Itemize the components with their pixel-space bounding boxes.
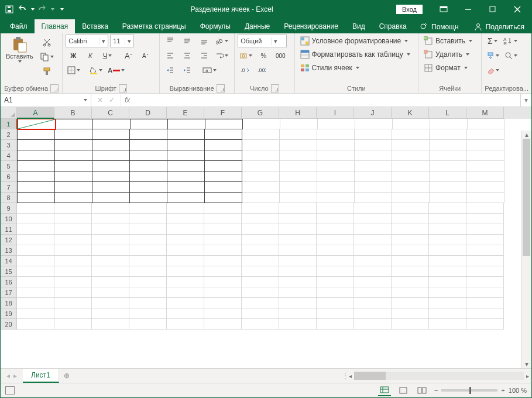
cell-I10[interactable] bbox=[317, 214, 354, 224]
increase-decimal-button[interactable]: .0 bbox=[238, 64, 253, 77]
cell-A9[interactable] bbox=[17, 203, 54, 214]
undo-dropdown-icon[interactable] bbox=[31, 8, 35, 11]
scroll-thumb[interactable] bbox=[354, 372, 386, 380]
horizontal-scrollbar[interactable]: ⋮ ◂ ▸ bbox=[339, 369, 531, 383]
cell-M13[interactable] bbox=[466, 245, 504, 256]
cell-J7[interactable] bbox=[355, 182, 392, 193]
cell-F7[interactable] bbox=[205, 182, 242, 193]
cell-I5[interactable] bbox=[317, 161, 355, 171]
row-header-15[interactable]: 15 bbox=[1, 266, 17, 277]
cell-H17[interactable] bbox=[279, 287, 317, 298]
zoom-out-button[interactable]: − bbox=[434, 387, 438, 394]
cell-L9[interactable] bbox=[429, 203, 466, 214]
font-name-combo[interactable]: Calibri▾ bbox=[66, 35, 108, 47]
col-header-D[interactable]: D bbox=[129, 107, 167, 119]
cell-M8[interactable] bbox=[467, 193, 504, 203]
col-header-J[interactable]: J bbox=[354, 107, 392, 119]
align-middle-button[interactable] bbox=[180, 35, 195, 47]
cell-M3[interactable] bbox=[467, 140, 504, 150]
cell-C12[interactable] bbox=[92, 235, 129, 245]
cell-J3[interactable] bbox=[355, 140, 392, 150]
cell-F8[interactable] bbox=[205, 193, 242, 203]
cell-J10[interactable] bbox=[354, 214, 392, 224]
cell-G19[interactable] bbox=[242, 308, 279, 319]
cell-H14[interactable] bbox=[279, 256, 317, 266]
cell-D12[interactable] bbox=[129, 235, 167, 245]
cell-K7[interactable] bbox=[392, 182, 430, 193]
accounting-format-button[interactable] bbox=[238, 49, 254, 62]
tab-insert[interactable]: Вставка bbox=[75, 19, 115, 33]
cell-C10[interactable] bbox=[92, 214, 129, 224]
cell-B7[interactable] bbox=[55, 182, 92, 193]
format-as-table-button[interactable]: Форматировать как таблицу bbox=[298, 48, 416, 61]
cell-K3[interactable] bbox=[392, 140, 430, 150]
dialog-launcher-icon[interactable] bbox=[119, 84, 127, 92]
cell-C18[interactable] bbox=[92, 298, 129, 308]
cell-J5[interactable] bbox=[355, 161, 392, 171]
copy-button[interactable] bbox=[38, 50, 56, 63]
cell-B8[interactable] bbox=[55, 193, 92, 203]
cell-A10[interactable] bbox=[17, 214, 54, 224]
cell-H10[interactable] bbox=[279, 214, 317, 224]
cell-C9[interactable] bbox=[92, 203, 129, 214]
maximize-button[interactable] bbox=[481, 1, 504, 18]
sort-filter-button[interactable]: AЯ bbox=[502, 35, 519, 47]
cell-F4[interactable] bbox=[205, 150, 242, 161]
align-right-button[interactable] bbox=[197, 49, 212, 62]
cell-B16[interactable] bbox=[54, 277, 92, 287]
cell-L12[interactable] bbox=[429, 235, 466, 245]
tab-file[interactable]: Файл bbox=[3, 19, 35, 33]
close-button[interactable] bbox=[506, 1, 529, 18]
cell-M19[interactable] bbox=[466, 308, 504, 319]
cell-B17[interactable] bbox=[54, 287, 92, 298]
page-break-view-button[interactable] bbox=[416, 385, 428, 396]
cell-M10[interactable] bbox=[466, 214, 504, 224]
row-header-10[interactable]: 10 bbox=[1, 214, 17, 224]
cell-J18[interactable] bbox=[354, 298, 392, 308]
cell-J6[interactable] bbox=[355, 171, 392, 182]
underline-button[interactable]: Ч bbox=[99, 49, 115, 62]
cell-C16[interactable] bbox=[92, 277, 129, 287]
cell-L11[interactable] bbox=[429, 224, 466, 235]
cell-M20[interactable] bbox=[466, 319, 504, 330]
align-left-button[interactable] bbox=[163, 49, 178, 62]
cell-E6[interactable] bbox=[167, 171, 205, 182]
save-icon[interactable] bbox=[4, 4, 15, 15]
autosum-button[interactable]: Σ bbox=[485, 35, 500, 47]
cell-G5[interactable] bbox=[242, 161, 280, 171]
cell-K14[interactable] bbox=[392, 256, 429, 266]
cell-E3[interactable] bbox=[167, 140, 205, 150]
row-header-18[interactable]: 18 bbox=[1, 298, 17, 308]
cell-G8[interactable] bbox=[242, 193, 280, 203]
shrink-font-button[interactable]: A˅ bbox=[138, 49, 153, 62]
row-header-19[interactable]: 19 bbox=[1, 308, 17, 319]
cell-M15[interactable] bbox=[466, 266, 504, 277]
cell-G18[interactable] bbox=[242, 298, 279, 308]
qat-customize-icon[interactable] bbox=[60, 8, 64, 11]
zoom-in-button[interactable]: + bbox=[501, 387, 504, 394]
cell-G13[interactable] bbox=[242, 245, 279, 256]
cell-D6[interactable] bbox=[130, 171, 167, 182]
cell-L15[interactable] bbox=[429, 266, 466, 277]
cell-G6[interactable] bbox=[242, 171, 280, 182]
cell-L7[interactable] bbox=[430, 182, 467, 193]
row-header-20[interactable]: 20 bbox=[1, 319, 17, 330]
row-header-14[interactable]: 14 bbox=[1, 256, 17, 266]
cut-button[interactable] bbox=[38, 36, 56, 49]
cell-M9[interactable] bbox=[466, 203, 504, 214]
cell-K16[interactable] bbox=[392, 277, 429, 287]
row-header-2[interactable]: 2 bbox=[1, 129, 17, 140]
cell-I19[interactable] bbox=[317, 308, 354, 319]
scroll-thumb[interactable] bbox=[523, 139, 530, 256]
cell-A20[interactable] bbox=[17, 319, 54, 330]
cell-A3[interactable] bbox=[17, 140, 55, 150]
cell-D20[interactable] bbox=[129, 319, 167, 330]
vertical-scrollbar[interactable]: ▴ ▾ bbox=[521, 131, 531, 368]
cell-L5[interactable] bbox=[430, 161, 467, 171]
decrease-indent-button[interactable] bbox=[163, 64, 178, 77]
cell-M11[interactable] bbox=[466, 224, 504, 235]
cell-G10[interactable] bbox=[242, 214, 279, 224]
cell-C4[interactable] bbox=[92, 150, 130, 161]
cell-G15[interactable] bbox=[242, 266, 279, 277]
cell-E15[interactable] bbox=[167, 266, 204, 277]
